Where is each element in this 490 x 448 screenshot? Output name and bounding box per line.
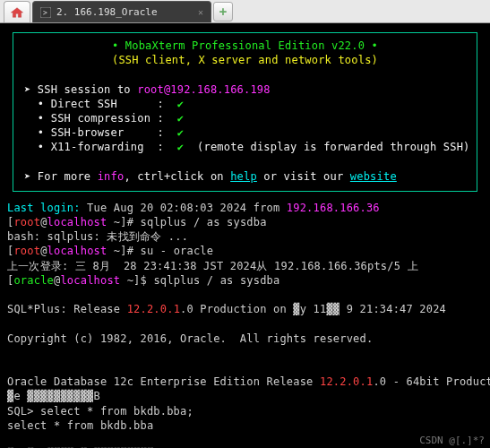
svg-text:>: > xyxy=(43,9,47,17)
bash-error: bash: sqlplus: 未找到命令 ... xyxy=(7,229,483,244)
banner-title: • MobaXterm Professional Edition v22.0 • xyxy=(112,39,378,52)
watermark: CSDN @[.]*? xyxy=(419,435,485,446)
check-icon: ✔ xyxy=(177,126,184,139)
website-link[interactable]: website xyxy=(350,170,397,183)
home-tab[interactable] xyxy=(4,1,30,22)
tab-title: 2. 166.198_Oracle xyxy=(56,6,158,18)
tab-bar: > 2. 166.198_Oracle ✕ + xyxy=(0,0,490,23)
last-login-label: Last login: xyxy=(7,202,81,214)
new-tab-button[interactable]: + xyxy=(213,2,233,22)
help-link[interactable]: help xyxy=(230,170,257,183)
terminal-pane[interactable]: • MobaXterm Professional Edition v22.0 •… xyxy=(0,23,490,448)
close-icon[interactable]: ✕ xyxy=(198,7,203,17)
check-icon: ✔ xyxy=(177,112,184,125)
banner-subtitle: (SSH client, X server and network tools) xyxy=(112,54,378,66)
check-icon: ✔ xyxy=(177,98,184,110)
home-icon xyxy=(10,6,24,19)
banner: • MobaXterm Professional Edition v22.0 •… xyxy=(13,32,477,192)
terminal-icon: > xyxy=(40,7,51,18)
session-tab[interactable]: > 2. 166.198_Oracle ✕ xyxy=(32,1,211,22)
sql-command: SQL> select * from bkdb.bba; xyxy=(7,404,483,418)
session-target: root@192.168.166.198 xyxy=(137,83,271,96)
session-label: ➤ SSH session to xyxy=(24,83,137,96)
